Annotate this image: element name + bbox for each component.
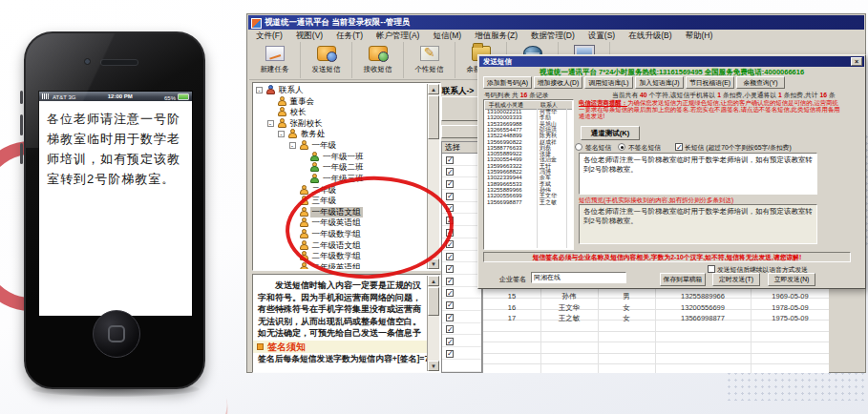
recipient-checkbox[interactable]	[446, 180, 454, 188]
long-sms-label: 长短信 (超过70个字则按65字/条扣费)	[685, 143, 792, 152]
tree-item[interactable]: 一年级二班	[254, 162, 427, 173]
dialog-titlebar[interactable]: 发送短信 ×	[479, 56, 864, 67]
tree-item-label: 一年级	[310, 140, 339, 151]
table-row[interactable]: 15孙伟男132558899661969-05-09	[483, 291, 829, 302]
recipient-checkbox[interactable]	[446, 278, 454, 285]
menu-item-8[interactable]: 在线升级(B)	[622, 30, 678, 42]
contact-icon	[300, 185, 308, 195]
cell: 13200556699	[655, 302, 751, 314]
tree-item[interactable]: 一年级一班	[254, 152, 427, 162]
recipient-checkbox[interactable]	[446, 193, 454, 200]
tree-item[interactable]: -联系人	[254, 85, 427, 95]
unsigned-sms-radio[interactable]	[618, 143, 625, 151]
voice-send-checkbox[interactable]	[708, 265, 715, 273]
recipient-checkbox[interactable]	[446, 338, 454, 345]
front-camera	[84, 58, 91, 65]
contact-icon	[266, 85, 275, 94]
recipient-checkbox[interactable]	[446, 350, 454, 358]
channel-test-button[interactable]: 通道测试(K)	[581, 126, 640, 140]
toolbar-receive-sms-button[interactable]: 接收短信	[352, 42, 404, 78]
tree-expand-icon[interactable]: -	[289, 142, 296, 149]
signed-sms-radio[interactable]	[575, 143, 582, 151]
cell: 1978-05-09	[751, 302, 830, 314]
notice-scrollbar[interactable]: ▲ ▼	[427, 276, 439, 371]
tree-item[interactable]: -张副校长	[254, 118, 427, 129]
clipped-text-line: _______________________________	[258, 367, 422, 371]
message-textarea[interactable]: 各位老师请注意一号阶梯教室临时用于数学老师培训，如有预定该教室转到2号阶梯教室。	[579, 153, 817, 195]
recipient-checkbox[interactable]	[446, 301, 454, 309]
recipient-checkbox[interactable]	[446, 289, 454, 297]
contact-icon	[310, 152, 319, 161]
received-sms-text: 各位老师请注意一号阶梯教室临时用于数学老师培训，如有预定该教室转到2号阶梯教室。	[47, 109, 186, 189]
tree-expand-icon[interactable]: -	[267, 120, 274, 127]
scrollbar-thumb[interactable]	[428, 287, 439, 316]
clock-label: 12:00 PM	[108, 92, 133, 101]
menu-item-7[interactable]: 设置(S)	[582, 30, 622, 42]
signature-warning-text: 短信签名必须与企业名称及短信内容相关,字数为2-10个汉字,如不符,短信将无法发…	[483, 252, 851, 262]
tree-item[interactable]: -一年级	[254, 140, 427, 151]
recipient-checkbox[interactable]	[446, 253, 454, 260]
select-column-header: 选择	[442, 142, 481, 154]
remove-recipient-button[interactable]	[441, 125, 481, 138]
table-row[interactable]: 16王文华女132005566991978-05-09	[483, 302, 829, 314]
recipient-checkbox[interactable]	[446, 314, 454, 321]
dialog-title: 发送短信	[483, 57, 512, 66]
cell: 15	[483, 291, 540, 302]
timed-send-button[interactable]: 定时发送(T)	[712, 273, 760, 286]
window-titlebar[interactable]: 视道统一通讯平台 当前登录权限--管理员	[248, 15, 864, 30]
long-sms-checkbox[interactable]	[675, 143, 683, 151]
recipient-checkbox[interactable]	[446, 156, 454, 164]
menu-item-5[interactable]: 增值服务(Z)	[468, 30, 524, 42]
carrier-label: AT&T 3G	[42, 92, 75, 101]
scroll-up-icon[interactable]: ▲	[428, 276, 439, 286]
dialog-action-button-3[interactable]: 加入短语库(J)	[635, 76, 684, 89]
toolbar-personal-sms-button[interactable]: 个性短信	[404, 42, 455, 78]
tree-item[interactable]: 董事会	[254, 96, 427, 107]
dialog-action-button-2[interactable]: 调用短语库(L)	[584, 76, 633, 89]
table-row[interactable]: 17王之敏女135669988771975-05-09	[483, 313, 829, 324]
dialog-action-button-4[interactable]: 节日祝福语(E)	[686, 76, 734, 89]
recipient-checkbox[interactable]	[446, 168, 454, 176]
tree-item[interactable]: -教务处	[254, 129, 427, 139]
save-draft-button[interactable]: 保存到草稿箱(S)	[660, 273, 706, 286]
menu-item-3[interactable]: 帐户管理(A)	[370, 30, 426, 42]
menu-item-0[interactable]: 文件(F)	[249, 30, 289, 42]
number-row[interactable]: 13566998877王之敏	[485, 199, 572, 205]
dialog-action-button-5[interactable]: 余额查询(Y)	[736, 76, 785, 89]
menu-bar: 文件(F)视图(V)任务(T)帐户管理(A)短信(M)增值服务(Z)数据管理(D…	[249, 30, 863, 42]
tree-item-label: 一年级一班	[321, 152, 366, 162]
tree-item[interactable]: 校长	[254, 107, 427, 117]
menu-item-4[interactable]: 短信(M)	[426, 30, 468, 42]
home-button[interactable]	[93, 310, 140, 358]
receive-sms-icon	[369, 46, 388, 61]
dialog-action-button-1[interactable]: 增加接收人(D)	[534, 76, 582, 89]
recipient-checkbox[interactable]	[446, 325, 454, 333]
send-now-button[interactable]: 立即发送(N)	[768, 273, 815, 286]
scrollbar-thumb[interactable]	[428, 95, 439, 139]
menu-item-2[interactable]: 任务(T)	[329, 30, 370, 42]
reminder-title: 电信运营商提醒：	[579, 99, 627, 106]
menu-item-9[interactable]: 帮助(H)	[679, 30, 720, 42]
notice-panel: 发送短信时输入内容一定要是正规的汉字和符号。因为手机和运营商网络的问题，有些特殊…	[252, 274, 441, 373]
tree-expand-icon[interactable]: -	[256, 87, 263, 93]
cell: 女	[598, 302, 655, 314]
note-bullet-icon	[257, 343, 264, 350]
scroll-up-icon[interactable]: ▲	[428, 84, 439, 94]
ear-speaker	[100, 59, 138, 66]
scroll-down-icon[interactable]: ▼	[428, 361, 439, 371]
phone-number: 13566998877	[487, 199, 522, 205]
close-icon[interactable]: ×	[851, 57, 862, 66]
toolbar-new-task-button[interactable]: 新建任务	[249, 42, 301, 78]
dialog-action-button-0[interactable]: 添加新号码(A)	[483, 76, 532, 89]
cell: 王之敏	[540, 313, 598, 324]
contact-icon	[310, 162, 319, 172]
toolbar-label: 接收短信	[352, 65, 403, 74]
add-recipient-button[interactable]	[441, 96, 481, 121]
tree-expand-icon[interactable]: -	[278, 131, 285, 137]
menu-item-1[interactable]: 视图(V)	[289, 30, 329, 42]
menu-item-6[interactable]: 数据管理(D)	[524, 30, 582, 42]
enterprise-sign-input[interactable]	[531, 272, 626, 283]
recipient-checkbox[interactable]	[446, 265, 454, 273]
window-title: 视道统一通讯平台 当前登录权限--管理员	[265, 15, 411, 30]
toolbar-send-sms-button[interactable]: 发送短信	[301, 42, 352, 78]
